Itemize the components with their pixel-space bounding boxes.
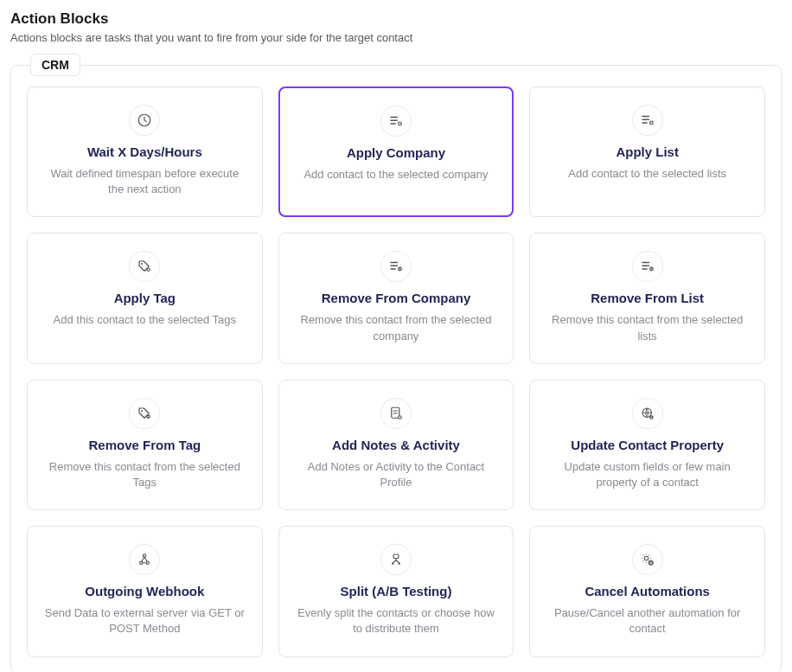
action-card[interactable]: Outgoing WebhookSend Data to external se…: [27, 526, 263, 656]
action-card[interactable]: Remove From TagRemove this contact from …: [27, 380, 263, 510]
split-icon: [380, 544, 412, 575]
section-description: Actions blocks are tasks that you want t…: [10, 31, 782, 44]
card-description: Add contact to the selected lists: [568, 166, 726, 182]
card-title: Wait X Days/Hours: [87, 144, 202, 159]
action-card[interactable]: Remove From ListRemove this contact from…: [529, 233, 765, 363]
action-card[interactable]: Remove From CompanyRemove this contact f…: [278, 233, 514, 363]
list-add-icon: [380, 106, 412, 137]
card-description: Update custom fields or few main propert…: [544, 459, 750, 490]
globe-gear-icon: [632, 398, 663, 429]
crm-group: CRM Wait X Days/HoursWait defined timesp…: [10, 65, 782, 672]
tag-add-icon: [129, 251, 160, 282]
action-card[interactable]: Add Notes & ActivityAdd Notes or Activit…: [278, 380, 514, 510]
card-title: Apply List: [616, 144, 679, 159]
card-description: Evenly split the contacts or choose how …: [293, 605, 500, 637]
group-label: CRM: [30, 54, 80, 76]
card-description: Wait defined timespan before execute the…: [42, 166, 248, 197]
list-remove-icon: [380, 251, 412, 282]
action-card[interactable]: Update Contact PropertyUpdate custom fie…: [529, 380, 765, 510]
card-title: Apply Tag: [114, 291, 176, 305]
card-description: Add Notes or Activity to the Contact Pro…: [293, 459, 500, 490]
action-card[interactable]: Apply CompanyAdd contact to the selected…: [278, 86, 514, 217]
action-card[interactable]: Apply TagAdd this contact to the selecte…: [27, 233, 263, 363]
action-card[interactable]: Split (A/B Testing)Evenly split the cont…: [278, 526, 514, 656]
section-title: Action Blocks: [10, 10, 782, 28]
tag-remove-icon: [129, 398, 160, 429]
card-description: Remove this contact from the selected li…: [544, 312, 750, 343]
action-card[interactable]: Apply ListAdd contact to the selected li…: [529, 86, 765, 217]
card-description: Remove this contact from the selected Ta…: [42, 459, 248, 490]
card-description: Add contact to the selected company: [303, 167, 488, 182]
webhook-icon: [129, 544, 160, 575]
card-description: Pause/Cancel another automation for cont…: [544, 605, 750, 637]
card-title: Remove From Company: [322, 291, 471, 305]
card-description: Send Data to external server via GET or …: [42, 605, 248, 637]
note-add-icon: [380, 398, 412, 429]
card-title: Apply Company: [347, 145, 445, 160]
cards-grid: Wait X Days/HoursWait defined timespan b…: [27, 86, 765, 657]
card-title: Split (A/B Testing): [341, 584, 452, 598]
card-title: Remove From Tag: [88, 438, 201, 452]
card-description: Add this contact to the selected Tags: [54, 312, 237, 328]
automation-cancel-icon: [632, 544, 663, 575]
card-title: Update Contact Property: [571, 438, 724, 452]
card-title: Add Notes & Activity: [332, 438, 460, 452]
card-title: Cancel Automations: [584, 584, 709, 598]
list-remove-icon: [632, 251, 663, 282]
clock-icon: [129, 105, 160, 136]
card-title: Remove From List: [591, 291, 704, 305]
list-add-icon: [632, 105, 663, 136]
card-title: Outgoing Webhook: [85, 584, 204, 598]
card-description: Remove this contact from the selected co…: [293, 312, 500, 343]
action-card[interactable]: Cancel AutomationsPause/Cancel another a…: [529, 526, 765, 656]
action-card[interactable]: Wait X Days/HoursWait defined timespan b…: [27, 86, 263, 217]
